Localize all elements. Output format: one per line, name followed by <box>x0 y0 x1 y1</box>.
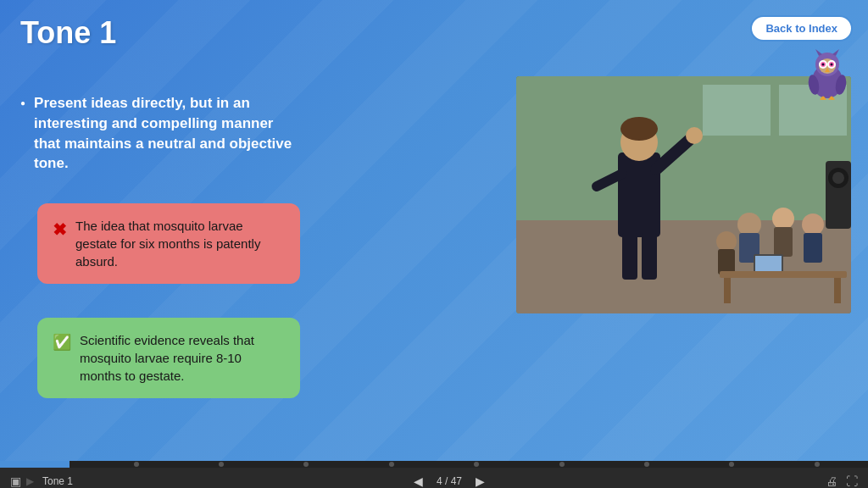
correct-example-box: ✅ Scientific evidence reveals that mosqu… <box>37 318 300 398</box>
timeline-marker <box>474 462 479 467</box>
slides-icon: ▣ <box>10 474 21 488</box>
bullet-dot: ● <box>20 97 25 109</box>
incorrect-example-text: The idea that mosquito larvae gestate fo… <box>75 217 285 270</box>
timeline-marker <box>303 462 309 467</box>
svg-point-7 <box>822 64 825 66</box>
timeline-marker <box>729 462 734 467</box>
svg-rect-32 <box>642 233 657 280</box>
x-icon: ✖ <box>53 218 67 241</box>
timeline-marker <box>815 462 820 467</box>
print-icon[interactable]: 🖨 <box>826 474 837 488</box>
lecture-image <box>516 76 851 313</box>
page-counter: 4 / 47 <box>431 475 467 487</box>
svg-point-29 <box>686 127 703 144</box>
main-bullet: ● Present ideas directly, but in an inte… <box>20 93 300 174</box>
svg-point-10 <box>831 64 833 66</box>
svg-rect-40 <box>718 249 735 274</box>
slide-container: Tone 1 Back to Index <box>0 0 868 461</box>
timeline-marker-active <box>48 462 53 467</box>
fullscreen-icon[interactable]: ⛶ <box>846 474 858 488</box>
svg-rect-47 <box>724 278 731 303</box>
owl-icon <box>802 49 853 100</box>
svg-rect-23 <box>703 85 771 136</box>
timeline-container[interactable] <box>0 461 868 468</box>
timeline-marker <box>134 462 139 467</box>
next-slide-button[interactable]: ▶ <box>472 474 488 488</box>
breadcrumb-separator: ▶ <box>26 475 34 487</box>
current-slide-label: Tone 1 <box>39 475 73 487</box>
back-to-index-button[interactable]: Back to Index <box>750 15 853 42</box>
svg-rect-38 <box>804 233 822 263</box>
bullet-text: Present ideas directly, but in an intere… <box>34 93 300 174</box>
svg-rect-42 <box>755 256 782 271</box>
svg-rect-46 <box>720 271 847 278</box>
incorrect-example-box: ✖ The idea that mosquito larvae gestate … <box>37 203 300 284</box>
svg-point-35 <box>772 208 794 230</box>
svg-point-27 <box>620 117 658 141</box>
svg-rect-48 <box>834 278 841 303</box>
timeline-marker <box>219 462 224 467</box>
svg-rect-36 <box>774 227 793 257</box>
timeline-marker <box>559 462 565 467</box>
correct-example-text: Scientific evidence reveals that mosquit… <box>80 331 285 385</box>
svg-point-33 <box>737 213 761 236</box>
prev-slide-button[interactable]: ◀ <box>410 474 426 488</box>
slide-title: Tone 1 <box>20 15 116 51</box>
svg-point-37 <box>802 214 824 236</box>
svg-rect-21 <box>516 212 851 313</box>
svg-point-39 <box>716 231 737 252</box>
svg-point-45 <box>832 172 844 184</box>
bottom-controls: ▣ ▶ Tone 1 ◀ 4 / 47 ▶ 🖨 ⛶ <box>0 468 868 488</box>
timeline-marker <box>644 462 649 467</box>
svg-rect-31 <box>622 233 637 280</box>
timeline-marker <box>389 462 394 467</box>
right-controls: 🖨 ⛶ <box>826 474 858 488</box>
check-icon: ✅ <box>53 332 71 353</box>
